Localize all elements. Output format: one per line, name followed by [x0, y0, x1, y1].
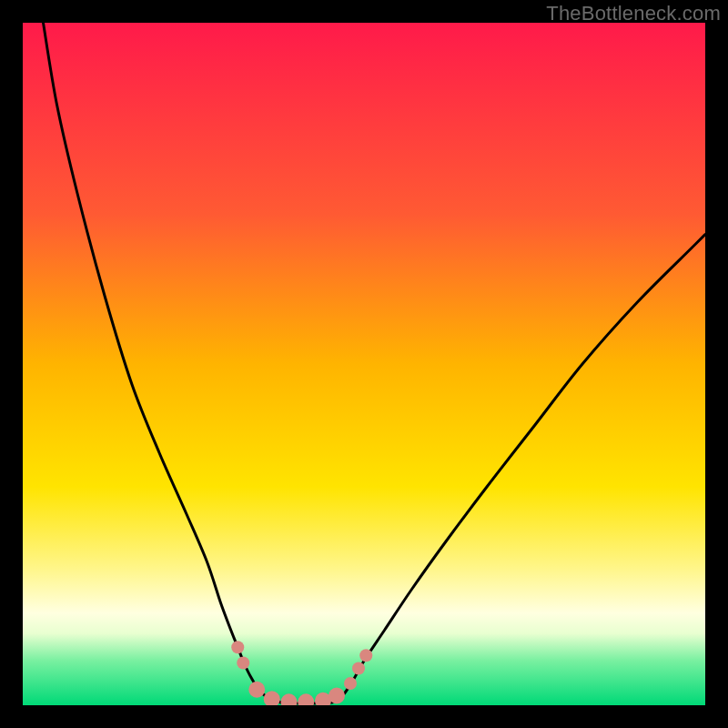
valley-marker	[231, 641, 244, 653]
valley-marker	[359, 649, 372, 662]
valley-marker	[352, 662, 365, 675]
valley-marker	[329, 688, 345, 704]
valley-marker	[237, 657, 249, 670]
plot-area	[23, 23, 705, 705]
valley-marker	[344, 677, 357, 690]
valley-marker	[248, 682, 265, 698]
chart-frame: TheBottleneck.com	[0, 0, 728, 728]
bottleneck-chart	[23, 23, 705, 705]
